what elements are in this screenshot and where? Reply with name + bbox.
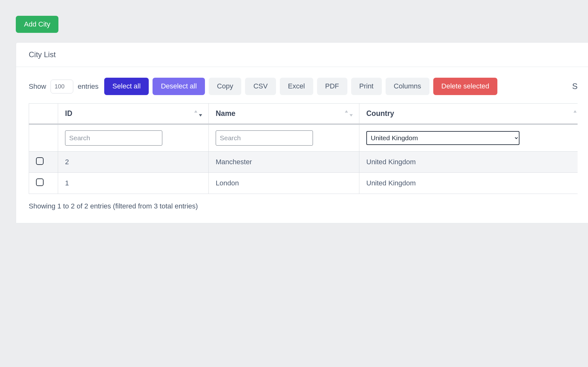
filter-row: United Kingdom — [29, 124, 578, 152]
card-title: City List — [16, 43, 588, 67]
cell-country: United Kingdom — [359, 151, 578, 172]
truncated-control: S — [572, 81, 578, 91]
select-all-button[interactable]: Select all — [104, 78, 149, 95]
entries-input[interactable] — [51, 80, 73, 93]
sort-icon — [194, 110, 203, 117]
filter-country-select[interactable]: United Kingdom — [366, 131, 519, 145]
add-city-button[interactable]: Add City — [16, 16, 58, 33]
row-checkbox[interactable] — [36, 157, 44, 165]
row-checkbox[interactable] — [36, 178, 44, 186]
column-header-country[interactable]: Country — [359, 103, 578, 124]
columns-button[interactable]: Columns — [386, 78, 429, 95]
excel-button[interactable]: Excel — [280, 78, 313, 95]
deselect-all-button[interactable]: Deselect all — [153, 78, 205, 95]
print-button[interactable]: Print — [351, 78, 382, 95]
table-row: 2 Manchester United Kingdom — [29, 151, 578, 172]
delete-selected-button[interactable]: Delete selected — [433, 78, 498, 95]
cell-name: Manchester — [209, 151, 359, 172]
cell-name: London — [209, 172, 359, 194]
sort-icon — [573, 110, 578, 117]
sort-icon — [344, 110, 353, 117]
entries-label: entries — [78, 82, 99, 91]
table-info-text: Showing 1 to 2 of 2 entries (filtered fr… — [29, 202, 578, 210]
table-controls: Show entries Select all Deselect all Cop… — [29, 78, 578, 95]
column-header-name[interactable]: Name — [209, 103, 359, 124]
city-list-card: City List Show entries Select all Desele… — [16, 42, 588, 223]
city-table: ID Name — [29, 103, 578, 194]
copy-button[interactable]: Copy — [209, 78, 241, 95]
cell-id: 2 — [58, 151, 209, 172]
show-label: Show — [29, 82, 46, 91]
column-header-checkbox[interactable] — [29, 103, 58, 124]
csv-button[interactable]: CSV — [245, 78, 276, 95]
column-header-country-label: Country — [366, 109, 394, 117]
filter-name-input[interactable] — [216, 130, 313, 146]
column-header-id[interactable]: ID — [58, 103, 209, 124]
filter-id-input[interactable] — [65, 130, 162, 146]
table-row: 1 London United Kingdom — [29, 172, 578, 194]
column-header-name-label: Name — [216, 109, 236, 117]
column-header-id-label: ID — [65, 109, 72, 117]
pdf-button[interactable]: PDF — [317, 78, 347, 95]
cell-country: United Kingdom — [359, 172, 578, 194]
cell-id: 1 — [58, 172, 209, 194]
